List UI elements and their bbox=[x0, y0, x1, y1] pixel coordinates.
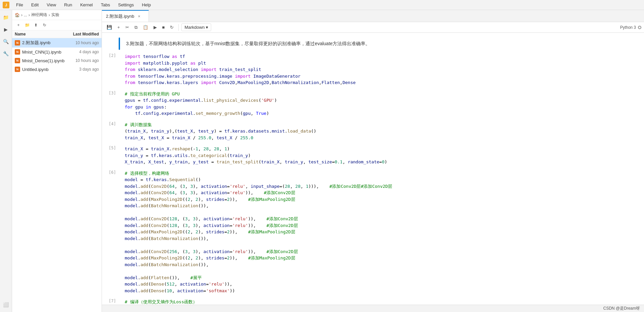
cell-indicator-2 bbox=[119, 52, 120, 87]
cell-indicator-6 bbox=[119, 169, 120, 296]
menu-edit[interactable]: Edit bbox=[30, 2, 40, 8]
cell-markdown[interactable]: 3.附加题，不限网络结构和训练轮次，基于mnist数据集，尽量取得更好的识别准确… bbox=[102, 37, 644, 51]
file-modified-1: 4 days ago bbox=[65, 50, 99, 54]
column-modified-header[interactable]: Last Modified bbox=[59, 32, 99, 36]
copy-btn[interactable]: ⧉ bbox=[132, 24, 139, 31]
notebook-icon-2: N bbox=[15, 58, 20, 63]
file-panel-toolbar: + 📁 ⬆ ↻ bbox=[12, 20, 102, 30]
cell-content-6: # 选择模型，构建网络 model = tf.keras.Sequential(… bbox=[122, 169, 644, 296]
menu-settings[interactable]: Settings bbox=[117, 2, 135, 8]
cell-content-2: import tensorflow as tf import matplotli… bbox=[122, 52, 644, 87]
paste-btn[interactable]: 📋 bbox=[141, 24, 150, 31]
cell-label-2: [2] bbox=[102, 52, 119, 58]
tab-title: 2.附加题.ipynb bbox=[106, 13, 134, 19]
cell-4[interactable]: [4] # 调川数据集 (train_X, train_y),(test_X, … bbox=[102, 120, 644, 143]
cell-7[interactable]: [7] # 编译（使用交叉熵作为Loss函数） model.compile(op… bbox=[102, 297, 644, 305]
breadcrumb-home[interactable]: 🏠 bbox=[15, 13, 20, 17]
file-modified-0: 10 hours ago bbox=[65, 41, 99, 45]
sidebar-files-btn[interactable]: 📁 bbox=[1, 13, 11, 22]
breadcrumb: 🏠 › ... › 神经网络 › 实验 bbox=[12, 10, 102, 20]
tab-bar: 2.附加题.ipynb × bbox=[102, 10, 644, 22]
breadcrumb-sep3: › bbox=[49, 13, 50, 17]
notebook-icon-3: N bbox=[15, 67, 20, 72]
kernel-status: Python 3 bbox=[620, 25, 641, 30]
cell-indicator-4 bbox=[119, 120, 120, 143]
menu-kernel[interactable]: Kernel bbox=[79, 2, 94, 8]
cell-2[interactable]: [2] import tensorflow as tf import matpl… bbox=[102, 51, 644, 88]
cell-label-5: [5] bbox=[102, 144, 119, 150]
statusbar: CSDN @是Dream呀 bbox=[102, 305, 644, 312]
menu-tabs[interactable]: Tabs bbox=[100, 2, 111, 8]
menubar: J File Edit View Run Kernel Tabs Setting… bbox=[0, 0, 644, 10]
column-name-header[interactable]: Name bbox=[15, 32, 59, 36]
run-btn[interactable]: ▶ bbox=[152, 24, 159, 31]
stop-btn[interactable]: ■ bbox=[160, 24, 167, 31]
breadcrumb-sep1: › bbox=[21, 13, 22, 17]
dropdown-chevron: ▾ bbox=[206, 25, 208, 30]
notebook-tab[interactable]: 2.附加题.ipynb × bbox=[102, 10, 149, 22]
cell-type-dropdown[interactable]: Markdown ▾ bbox=[181, 23, 211, 31]
statusbar-text: CSDN @是Dream呀 bbox=[603, 306, 640, 311]
breadcrumb-sep2: › bbox=[28, 13, 30, 17]
notebook-icon-0: N bbox=[15, 40, 20, 46]
cut-btn[interactable]: ✂ bbox=[123, 24, 131, 31]
file-list-header: Name Last Modified bbox=[12, 30, 102, 38]
cell-type-label: Markdown bbox=[184, 25, 204, 30]
upload-btn[interactable]: ⬆ bbox=[32, 21, 40, 29]
new-file-btn[interactable]: + bbox=[15, 21, 22, 29]
sidebar-tab-btn[interactable]: ⬜ bbox=[1, 300, 11, 309]
notebook-toolbar: 💾 + ✂ ⧉ 📋 ▶ ■ ↻ Markdown ▾ Python 3 bbox=[102, 22, 644, 33]
file-item-3[interactable]: N Untitled.ipynb 3 days ago bbox=[12, 65, 102, 74]
app-logo: J bbox=[3, 2, 9, 8]
cell-content-7: # 编译（使用交叉熵作为Loss函数） model.compile(optimi… bbox=[122, 297, 644, 305]
menu-run[interactable]: Run bbox=[63, 2, 73, 8]
breadcrumb-dots[interactable]: ... bbox=[24, 13, 27, 17]
breadcrumb-lab[interactable]: 实验 bbox=[51, 12, 59, 18]
cell-indicator-3 bbox=[119, 89, 120, 118]
menu-file[interactable]: File bbox=[15, 2, 24, 8]
notebook-icon-1: N bbox=[15, 49, 20, 55]
sidebar-tools-btn[interactable]: 🔧 bbox=[1, 49, 11, 58]
cell-content-markdown: 3.附加题，不限网络结构和训练轮次，基于mnist数据集，尽量取得更好的识别准确… bbox=[122, 37, 644, 50]
cell-5[interactable]: [5] train_X = train_X.reshape(-1, 28, 28… bbox=[102, 144, 644, 167]
file-name-0: 2.附加题.ipynb bbox=[22, 40, 65, 46]
cell-label-3: [3] bbox=[102, 89, 119, 95]
cell-label-7: [7] bbox=[102, 297, 119, 303]
add-cell-btn[interactable]: + bbox=[115, 24, 122, 31]
sidebar-run-btn[interactable]: ▶ bbox=[1, 25, 11, 34]
cell-content-5: train_X = train_X.reshape(-1, 28, 28, 1)… bbox=[122, 144, 644, 167]
cells-container: 3.附加题，不限网络结构和训练轮次，基于mnist数据集，尽量取得更好的识别准确… bbox=[102, 33, 644, 305]
file-panel: 🏠 › ... › 神经网络 › 实验 + 📁 ⬆ ↻ Name Last Mo… bbox=[12, 10, 102, 312]
cell-indicator-5 bbox=[119, 144, 120, 167]
cell-label-4: [4] bbox=[102, 120, 119, 126]
cell-6[interactable]: [6] # 选择模型，构建网络 model = tf.keras.Sequent… bbox=[102, 168, 644, 296]
main-area: 📁 ▶ 🔍 🔧 ⬜ 🏠 › ... › 神经网络 › 实验 + 📁 ⬆ ↻ Na… bbox=[0, 10, 644, 312]
tab-close-btn[interactable]: × bbox=[137, 14, 141, 19]
refresh-btn[interactable]: ↻ bbox=[41, 21, 48, 29]
sidebar-search-btn[interactable]: 🔍 bbox=[1, 37, 11, 46]
kernel-name: Python 3 bbox=[620, 25, 636, 30]
file-name-3: Untitled.ipynb bbox=[22, 67, 65, 72]
file-item-1[interactable]: N Mnist_CNN(1).ipynb 4 days ago bbox=[12, 48, 102, 56]
file-modified-3: 3 days ago bbox=[65, 67, 99, 72]
file-modified-2: 10 hours ago bbox=[65, 58, 99, 63]
cell-label-6: [6] bbox=[102, 169, 119, 175]
cell-indicator-7 bbox=[119, 297, 120, 305]
menu-help[interactable]: Help bbox=[140, 2, 152, 8]
breadcrumb-network[interactable]: 神经网络 bbox=[31, 12, 47, 18]
restart-btn[interactable]: ↻ bbox=[168, 24, 176, 31]
cell-3[interactable]: [3] # 指定当前程序使用的 GPU gpus = tf.config.exp… bbox=[102, 89, 644, 119]
file-name-2: Mnist_Dense(1).ipynb bbox=[22, 58, 65, 63]
icon-sidebar: 📁 ▶ 🔍 🔧 ⬜ bbox=[0, 10, 12, 312]
cell-indicator-markdown bbox=[119, 37, 120, 50]
cell-label-markdown bbox=[102, 37, 119, 39]
menu-view[interactable]: View bbox=[45, 2, 57, 8]
cell-content-3: # 指定当前程序使用的 GPU gpus = tf.config.experim… bbox=[122, 89, 644, 118]
save-btn[interactable]: 💾 bbox=[105, 24, 114, 31]
file-item-0[interactable]: N 2.附加题.ipynb 10 hours ago bbox=[12, 38, 102, 48]
new-folder-btn[interactable]: 📁 bbox=[23, 21, 31, 29]
kernel-circle-indicator bbox=[638, 26, 641, 29]
file-name-1: Mnist_CNN(1).ipynb bbox=[22, 50, 65, 55]
file-item-2[interactable]: N Mnist_Dense(1).ipynb 10 hours ago bbox=[12, 56, 102, 65]
notebook-area: 2.附加题.ipynb × 💾 + ✂ ⧉ 📋 ▶ ■ ↻ Markdown ▾… bbox=[102, 10, 644, 312]
